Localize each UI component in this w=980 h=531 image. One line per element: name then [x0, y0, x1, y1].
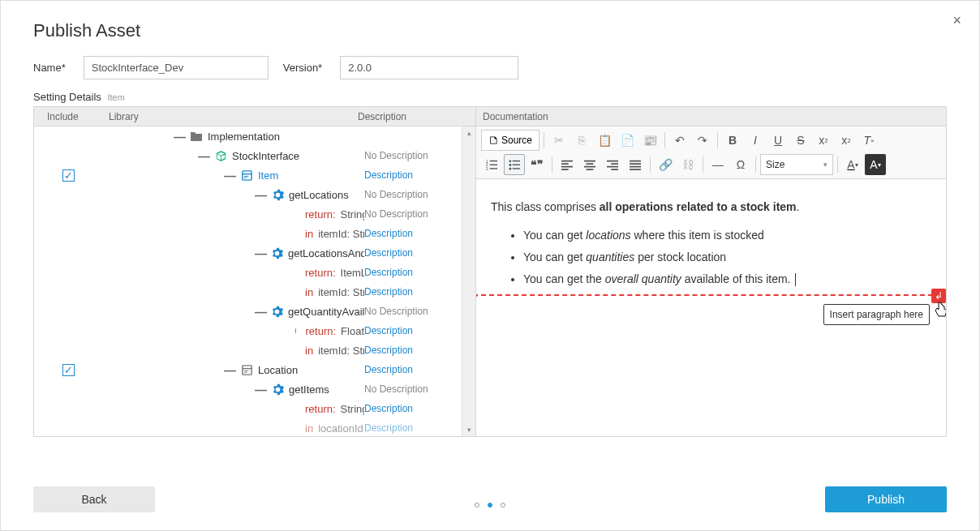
- tb-source-label: Source: [501, 135, 532, 146]
- svg-rect-0: [242, 170, 251, 179]
- tb-separator: [544, 132, 544, 148]
- tb-source-button[interactable]: Source: [481, 130, 539, 151]
- tb-separator: [755, 156, 756, 173]
- kw-return: return:: [305, 403, 336, 415]
- svg-rect-19: [512, 168, 519, 169]
- publish-asset-dialog: × Publish Asset Name* Version* Setting D…: [0, 0, 980, 531]
- tree-row-param[interactable]: in locationId: String Description: [34, 418, 462, 436]
- param-text: itemId: String: [318, 345, 364, 357]
- tree-row-implementation[interactable]: — Implementation: [34, 126, 462, 146]
- tb-strike-icon[interactable]: S: [790, 130, 811, 151]
- tree-row-item[interactable]: ✓ — Item Description: [34, 165, 462, 185]
- tb-align-center-icon[interactable]: [579, 154, 600, 175]
- tb-cut-icon[interactable]: ✂: [548, 130, 570, 151]
- tb-numbered-list-icon[interactable]: 123: [481, 154, 502, 175]
- desc-link[interactable]: Description: [364, 286, 458, 298]
- tb-superscript-icon[interactable]: x2: [836, 130, 857, 151]
- version-input[interactable]: [340, 56, 518, 79]
- name-input[interactable]: [84, 56, 269, 79]
- tb-underline-icon[interactable]: U: [767, 130, 789, 151]
- tree-row-return[interactable]: return: String[] Description: [34, 399, 462, 418]
- tb-bgcolor-icon[interactable]: A ▾: [865, 154, 886, 175]
- dialog-footer: Back Publish: [33, 486, 947, 512]
- desc-link[interactable]: Description: [364, 345, 458, 356]
- include-checkbox[interactable]: ✓: [62, 364, 75, 376]
- desc-link[interactable]: Description: [364, 247, 458, 259]
- tree-row-param[interactable]: in itemId: String Description: [34, 282, 462, 302]
- svg-rect-25: [587, 163, 594, 165]
- toggle-icon[interactable]: —: [255, 306, 266, 318]
- tb-size-dropdown[interactable]: Size ▾: [760, 154, 833, 175]
- tree-label: Item: [258, 169, 278, 182]
- tree-row-return[interactable]: return: ItemLocation[] Description: [34, 263, 462, 282]
- desc-link[interactable]: Description: [364, 169, 458, 181]
- tb-paste-icon[interactable]: 📋: [594, 130, 615, 151]
- tree-row-getitems[interactable]: — getItems No Description: [34, 379, 462, 399]
- tree-row-param[interactable]: in itemId: String Description: [34, 340, 462, 360]
- tree-row-return[interactable]: return: Float Description: [34, 321, 462, 340]
- class-icon: [240, 363, 253, 376]
- step-dot-1[interactable]: [475, 503, 479, 507]
- pointer-cursor-icon: [933, 301, 946, 325]
- tree-label: Implementation: [208, 131, 280, 143]
- tb-subscript-icon[interactable]: x2: [813, 130, 834, 151]
- tree-row-getlocationsandquantity[interactable]: — getLocationsAndQuantity Description: [34, 243, 462, 263]
- toggle-icon[interactable]: —: [224, 364, 235, 376]
- include-checkbox[interactable]: ✓: [62, 169, 75, 182]
- tb-align-right-icon[interactable]: [602, 154, 623, 175]
- tb-specialchar-icon[interactable]: Ω: [730, 154, 751, 175]
- tb-hr-icon[interactable]: ―: [707, 154, 729, 175]
- tb-separator: [552, 156, 552, 173]
- publish-button[interactable]: Publish: [825, 486, 947, 512]
- desc-link[interactable]: Description: [364, 267, 458, 278]
- desc-link[interactable]: Description: [364, 403, 458, 414]
- desc-link[interactable]: Description: [364, 325, 458, 336]
- tb-textcolor-icon[interactable]: A ▾: [842, 154, 863, 175]
- step-dot-3[interactable]: [501, 503, 505, 507]
- toggle-icon[interactable]: —: [198, 150, 209, 162]
- tree-row-getlocations[interactable]: — getLocations No Description: [34, 185, 462, 204]
- tb-paste-text-icon[interactable]: 📄: [617, 130, 638, 151]
- toggle-icon[interactable]: —: [255, 383, 266, 396]
- back-button[interactable]: Back: [33, 486, 155, 512]
- editor-body[interactable]: This class comprises all operations rela…: [476, 179, 946, 436]
- insert-paragraph-line[interactable]: ↲: [476, 294, 946, 296]
- tb-removeformat-icon[interactable]: T×: [858, 130, 879, 151]
- tb-undo-icon[interactable]: ↶: [669, 130, 690, 151]
- col-include: Include: [41, 111, 109, 122]
- toggle-icon[interactable]: —: [174, 131, 185, 143]
- tb-unlink-icon[interactable]: ⛓: [677, 154, 698, 175]
- tree-scrollbar[interactable]: [462, 126, 475, 436]
- tb-bullet-list-icon[interactable]: [504, 154, 525, 175]
- step-dot-2[interactable]: [488, 503, 492, 507]
- desc-link[interactable]: Description: [364, 422, 458, 434]
- tree-header: Include Library Description: [34, 107, 475, 126]
- tree-row-return[interactable]: return: String[] No Description: [34, 204, 462, 224]
- tb-copy-icon[interactable]: ⎘: [571, 130, 592, 151]
- toggle-icon[interactable]: —: [255, 247, 266, 259]
- tree-row-location[interactable]: ✓ — Location Description: [34, 360, 462, 379]
- tb-paste-word-icon[interactable]: 📰: [639, 130, 660, 151]
- tree-row-param[interactable]: in itemId: String Description: [34, 224, 462, 243]
- tb-blockquote-icon[interactable]: ❝❞: [527, 154, 548, 175]
- tb-bold-icon[interactable]: B: [722, 130, 743, 151]
- tree-row-stockinterface[interactable]: — StockInterface No Description: [34, 146, 462, 165]
- step-dots: [475, 503, 505, 507]
- toggle-icon[interactable]: —: [224, 169, 235, 182]
- tb-align-justify-icon[interactable]: [625, 154, 646, 175]
- tree-label: getQuantityAvailable: [288, 306, 364, 318]
- desc-link[interactable]: Description: [364, 364, 458, 375]
- tree-body: — Implementation —: [34, 126, 475, 436]
- toggle-icon[interactable]: —: [255, 189, 266, 201]
- insert-paragraph-tooltip: Insert paragraph here: [823, 304, 930, 325]
- desc-link[interactable]: Description: [364, 228, 458, 239]
- desc-none: No Description: [364, 150, 458, 161]
- tree-row-getquantityavailable[interactable]: — getQuantityAvailable No Description: [34, 302, 462, 321]
- tb-align-left-icon[interactable]: [557, 154, 578, 175]
- svg-rect-9: [489, 160, 496, 161]
- tb-italic-icon[interactable]: I: [745, 130, 766, 151]
- tb-link-icon[interactable]: 🔗: [655, 154, 676, 175]
- tb-redo-icon[interactable]: ↷: [692, 130, 713, 151]
- close-button[interactable]: ×: [952, 12, 961, 29]
- gear-icon: [271, 246, 283, 259]
